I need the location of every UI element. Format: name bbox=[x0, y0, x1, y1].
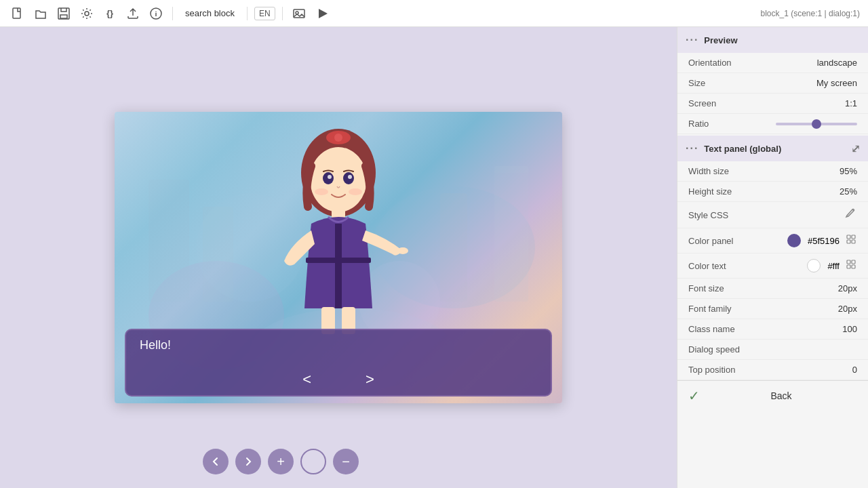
nav-next-button[interactable] bbox=[235, 449, 261, 474]
font-size-row: Font size 20px bbox=[677, 279, 868, 299]
separator-3 bbox=[282, 7, 283, 20]
dialog-speed-label: Dialog speed bbox=[688, 344, 857, 354]
class-name-label: Class name bbox=[688, 324, 842, 334]
svg-rect-35 bbox=[852, 240, 855, 243]
text-panel-section-title: Text panel (global) bbox=[704, 144, 781, 154]
main-content: Hello! < > + − ··· Preview bbox=[0, 27, 868, 488]
color-panel-label: Color panel bbox=[688, 236, 787, 246]
svg-point-3 bbox=[85, 12, 89, 16]
svg-rect-38 bbox=[847, 265, 850, 268]
size-label: Size bbox=[688, 78, 816, 88]
separator-1 bbox=[172, 7, 173, 20]
color-text-label: Color text bbox=[688, 261, 807, 271]
top-position-row: Top position 0 bbox=[677, 360, 868, 380]
size-row: Size My screen bbox=[677, 73, 868, 94]
canvas-area: Hello! < > + − bbox=[0, 27, 677, 488]
new-file-icon[interactable] bbox=[8, 4, 27, 23]
svg-rect-13 bbox=[440, 193, 467, 302]
height-size-label: Height size bbox=[688, 186, 840, 197]
resize-handle-icon[interactable]: ⤢ bbox=[851, 142, 860, 155]
separator-2 bbox=[247, 7, 248, 20]
back-section: ✓ Back bbox=[677, 380, 868, 411]
style-css-row: Style CSS bbox=[677, 202, 868, 228]
nav-minus-button[interactable]: − bbox=[333, 449, 359, 474]
preview-section-title: Preview bbox=[704, 35, 737, 45]
color-text-hex: #fff bbox=[827, 261, 840, 271]
settings-icon[interactable] bbox=[77, 4, 96, 23]
screen-label: Screen bbox=[688, 98, 845, 108]
text-panel-section-header[interactable]: ··· Text panel (global) ⤢ bbox=[677, 136, 868, 161]
screen-value: 1:1 bbox=[845, 98, 857, 108]
color-text-row: Color text #fff bbox=[677, 253, 868, 279]
breadcrumb: block_1 (scene:1 | dialog:1) bbox=[760, 9, 860, 18]
dialog-navigation: < > bbox=[140, 371, 537, 388]
back-button[interactable]: Back bbox=[705, 390, 857, 401]
height-size-value: 25% bbox=[840, 186, 857, 197]
width-size-row: Width size 95% bbox=[677, 161, 868, 182]
open-file-icon[interactable] bbox=[31, 4, 50, 23]
orientation-value: landscape bbox=[817, 58, 857, 68]
upload-icon[interactable] bbox=[123, 4, 142, 23]
color-panel-swatch[interactable] bbox=[787, 234, 801, 247]
info-icon[interactable] bbox=[146, 4, 165, 23]
top-position-label: Top position bbox=[688, 365, 852, 375]
dialog-text: Hello! bbox=[140, 338, 537, 352]
font-family-value: 20px bbox=[838, 304, 857, 314]
svg-point-25 bbox=[315, 188, 328, 195]
style-css-label: Style CSS bbox=[688, 210, 844, 220]
font-size-value: 20px bbox=[838, 283, 857, 293]
class-name-row: Class name 100 bbox=[677, 319, 868, 340]
width-size-value: 95% bbox=[840, 166, 857, 176]
edit-css-button[interactable] bbox=[844, 207, 857, 223]
svg-rect-5 bbox=[294, 9, 304, 18]
svg-rect-29 bbox=[306, 258, 371, 263]
dialog-next-button[interactable]: > bbox=[359, 371, 381, 388]
scene-container: Hello! < > bbox=[115, 112, 562, 403]
nav-prev-button[interactable] bbox=[203, 449, 229, 474]
dialog-speed-row: Dialog speed bbox=[677, 340, 868, 360]
svg-point-23 bbox=[328, 175, 332, 179]
dialog-box: Hello! < > bbox=[125, 329, 552, 396]
color-panel-picker-button[interactable] bbox=[845, 233, 857, 248]
orientation-row: Orientation landscape bbox=[677, 53, 868, 73]
nav-add-button[interactable]: + bbox=[268, 449, 294, 474]
color-text-swatch[interactable] bbox=[807, 259, 821, 272]
svg-point-20 bbox=[310, 147, 367, 212]
right-panel: ··· Preview Orientation landscape Size M… bbox=[677, 27, 868, 488]
svg-rect-39 bbox=[852, 265, 855, 268]
nav-circle-button[interactable] bbox=[300, 449, 326, 474]
top-position-value: 0 bbox=[852, 365, 857, 375]
class-name-value: 100 bbox=[842, 324, 857, 334]
svg-point-28 bbox=[397, 247, 408, 254]
image-icon[interactable] bbox=[290, 4, 309, 23]
save-icon[interactable] bbox=[54, 4, 73, 23]
language-selector[interactable]: EN bbox=[254, 7, 275, 20]
character bbox=[254, 119, 423, 336]
svg-rect-2 bbox=[60, 15, 67, 18]
color-text-picker-button[interactable] bbox=[845, 258, 857, 273]
text-panel-dots-icon: ··· bbox=[686, 142, 698, 155]
preview-section-header[interactable]: ··· Preview bbox=[677, 27, 868, 53]
ratio-row: Ratio bbox=[677, 114, 868, 134]
svg-rect-32 bbox=[847, 235, 850, 239]
svg-rect-34 bbox=[847, 240, 850, 243]
bottom-nav-bar: + − bbox=[203, 449, 359, 474]
color-panel-row: Color panel #5f5196 bbox=[677, 228, 868, 253]
svg-rect-33 bbox=[852, 235, 855, 239]
dialog-prev-button[interactable]: < bbox=[296, 371, 318, 388]
preview-dots-icon: ··· bbox=[686, 34, 698, 46]
svg-marker-7 bbox=[319, 9, 328, 18]
font-family-label: Font family bbox=[688, 304, 838, 314]
color-panel-hex: #5f5196 bbox=[808, 236, 840, 246]
svg-rect-12 bbox=[494, 166, 528, 302]
check-icon: ✓ bbox=[688, 388, 700, 404]
search-block-button[interactable]: search block bbox=[180, 5, 240, 21]
svg-point-19 bbox=[334, 134, 342, 142]
width-size-label: Width size bbox=[688, 166, 840, 176]
play-icon[interactable] bbox=[313, 4, 332, 23]
code-icon[interactable]: {} bbox=[100, 4, 119, 23]
font-family-row: Font family 20px bbox=[677, 299, 868, 319]
svg-rect-11 bbox=[149, 180, 189, 302]
svg-rect-36 bbox=[847, 260, 850, 264]
ratio-slider[interactable] bbox=[776, 123, 857, 125]
